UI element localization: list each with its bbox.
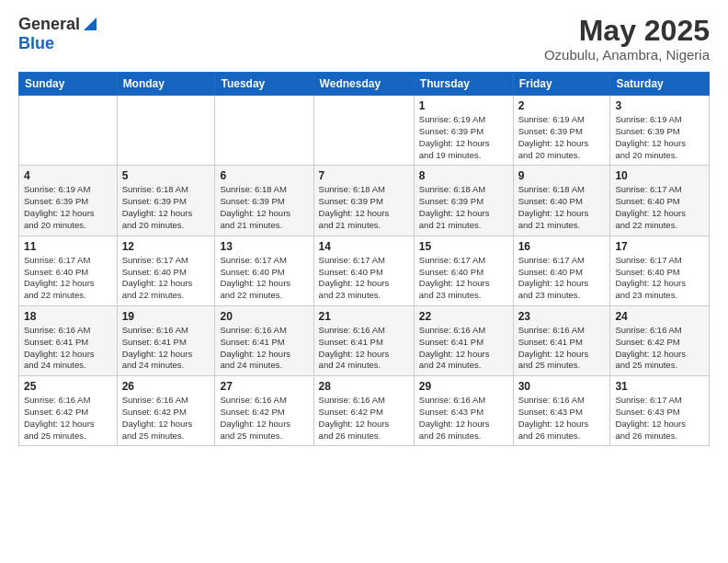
day-info: Sunrise: 6:18 AM Sunset: 6:39 PM Dayligh… xyxy=(122,184,210,231)
calendar-cell: 29Sunrise: 6:16 AM Sunset: 6:43 PM Dayli… xyxy=(414,376,513,446)
day-info: Sunrise: 6:17 AM Sunset: 6:40 PM Dayligh… xyxy=(419,255,508,302)
calendar-cell xyxy=(313,96,414,166)
calendar-cell xyxy=(19,96,118,166)
calendar-week-row: 4Sunrise: 6:19 AM Sunset: 6:39 PM Daylig… xyxy=(19,166,710,236)
day-info: Sunrise: 6:17 AM Sunset: 6:40 PM Dayligh… xyxy=(319,255,409,302)
day-number: 24 xyxy=(615,310,704,323)
col-header-thursday: Thursday xyxy=(414,73,513,96)
calendar-cell: 23Sunrise: 6:16 AM Sunset: 6:41 PM Dayli… xyxy=(513,305,610,375)
logo: General Blue xyxy=(18,15,98,53)
calendar-cell: 7Sunrise: 6:18 AM Sunset: 6:39 PM Daylig… xyxy=(313,166,414,236)
day-number: 6 xyxy=(220,169,308,182)
logo-triangle-icon xyxy=(82,16,98,32)
day-number: 30 xyxy=(518,380,606,393)
calendar-cell: 25Sunrise: 6:16 AM Sunset: 6:42 PM Dayli… xyxy=(19,376,118,446)
calendar-cell xyxy=(117,96,215,166)
col-header-saturday: Saturday xyxy=(610,73,710,96)
day-info: Sunrise: 6:19 AM Sunset: 6:39 PM Dayligh… xyxy=(419,114,508,161)
day-number: 12 xyxy=(122,240,210,253)
day-info: Sunrise: 6:16 AM Sunset: 6:43 PM Dayligh… xyxy=(518,395,606,442)
title-block: May 2025 Ozubulu, Anambra, Nigeria xyxy=(544,15,710,63)
day-number: 3 xyxy=(615,99,704,112)
day-number: 22 xyxy=(419,310,508,323)
day-number: 28 xyxy=(319,380,409,393)
day-info: Sunrise: 6:16 AM Sunset: 6:42 PM Dayligh… xyxy=(122,395,210,442)
calendar-cell: 16Sunrise: 6:17 AM Sunset: 6:40 PM Dayli… xyxy=(513,236,610,305)
day-number: 15 xyxy=(419,240,508,253)
day-info: Sunrise: 6:16 AM Sunset: 6:41 PM Dayligh… xyxy=(122,325,210,372)
day-number: 9 xyxy=(518,169,606,182)
day-number: 14 xyxy=(319,240,409,253)
day-number: 2 xyxy=(518,99,606,112)
calendar-cell: 31Sunrise: 6:17 AM Sunset: 6:43 PM Dayli… xyxy=(610,376,710,446)
day-number: 20 xyxy=(220,310,308,323)
col-header-wednesday: Wednesday xyxy=(313,73,414,96)
calendar-cell: 27Sunrise: 6:16 AM Sunset: 6:42 PM Dayli… xyxy=(215,376,313,446)
day-info: Sunrise: 6:16 AM Sunset: 6:42 PM Dayligh… xyxy=(615,325,704,372)
day-number: 1 xyxy=(419,99,508,112)
calendar-table: SundayMondayTuesdayWednesdayThursdayFrid… xyxy=(18,72,710,446)
day-info: Sunrise: 6:16 AM Sunset: 6:42 PM Dayligh… xyxy=(220,395,308,442)
day-info: Sunrise: 6:17 AM Sunset: 6:43 PM Dayligh… xyxy=(615,395,704,442)
day-info: Sunrise: 6:19 AM Sunset: 6:39 PM Dayligh… xyxy=(518,114,606,161)
day-info: Sunrise: 6:17 AM Sunset: 6:40 PM Dayligh… xyxy=(122,255,210,302)
col-header-friday: Friday xyxy=(513,73,610,96)
day-info: Sunrise: 6:19 AM Sunset: 6:39 PM Dayligh… xyxy=(24,184,112,231)
calendar-cell: 30Sunrise: 6:16 AM Sunset: 6:43 PM Dayli… xyxy=(513,376,610,446)
day-info: Sunrise: 6:16 AM Sunset: 6:41 PM Dayligh… xyxy=(220,325,308,372)
day-number: 21 xyxy=(319,310,409,323)
day-number: 29 xyxy=(419,380,508,393)
calendar-week-row: 25Sunrise: 6:16 AM Sunset: 6:42 PM Dayli… xyxy=(19,376,710,446)
day-info: Sunrise: 6:18 AM Sunset: 6:39 PM Dayligh… xyxy=(319,184,409,231)
calendar-cell: 5Sunrise: 6:18 AM Sunset: 6:39 PM Daylig… xyxy=(117,166,215,236)
day-info: Sunrise: 6:16 AM Sunset: 6:41 PM Dayligh… xyxy=(24,325,112,372)
day-number: 27 xyxy=(220,380,308,393)
calendar-cell: 3Sunrise: 6:19 AM Sunset: 6:39 PM Daylig… xyxy=(610,96,710,166)
calendar-cell: 17Sunrise: 6:17 AM Sunset: 6:40 PM Dayli… xyxy=(610,236,710,305)
calendar-cell: 19Sunrise: 6:16 AM Sunset: 6:41 PM Dayli… xyxy=(117,305,215,375)
calendar-cell: 28Sunrise: 6:16 AM Sunset: 6:42 PM Dayli… xyxy=(313,376,414,446)
calendar-cell: 12Sunrise: 6:17 AM Sunset: 6:40 PM Dayli… xyxy=(117,236,215,305)
svg-marker-0 xyxy=(84,17,97,30)
subtitle: Ozubulu, Anambra, Nigeria xyxy=(544,47,710,63)
col-header-sunday: Sunday xyxy=(19,73,118,96)
calendar-week-row: 1Sunrise: 6:19 AM Sunset: 6:39 PM Daylig… xyxy=(19,96,710,166)
day-info: Sunrise: 6:18 AM Sunset: 6:39 PM Dayligh… xyxy=(220,184,308,231)
col-header-tuesday: Tuesday xyxy=(215,73,313,96)
day-number: 25 xyxy=(24,380,112,393)
day-info: Sunrise: 6:16 AM Sunset: 6:43 PM Dayligh… xyxy=(419,395,508,442)
page: General Blue May 2025 Ozubulu, Anambra, … xyxy=(0,0,728,563)
calendar-week-row: 18Sunrise: 6:16 AM Sunset: 6:41 PM Dayli… xyxy=(19,305,710,375)
day-info: Sunrise: 6:18 AM Sunset: 6:40 PM Dayligh… xyxy=(518,184,606,231)
calendar-cell: 13Sunrise: 6:17 AM Sunset: 6:40 PM Dayli… xyxy=(215,236,313,305)
day-number: 19 xyxy=(122,310,210,323)
calendar-header-row: SundayMondayTuesdayWednesdayThursdayFrid… xyxy=(19,73,710,96)
calendar-cell: 21Sunrise: 6:16 AM Sunset: 6:41 PM Dayli… xyxy=(313,305,414,375)
day-info: Sunrise: 6:17 AM Sunset: 6:40 PM Dayligh… xyxy=(220,255,308,302)
day-number: 31 xyxy=(615,380,704,393)
calendar-cell: 10Sunrise: 6:17 AM Sunset: 6:40 PM Dayli… xyxy=(610,166,710,236)
calendar-cell: 11Sunrise: 6:17 AM Sunset: 6:40 PM Dayli… xyxy=(19,236,118,305)
day-number: 4 xyxy=(24,169,112,182)
calendar-cell xyxy=(215,96,313,166)
day-info: Sunrise: 6:17 AM Sunset: 6:40 PM Dayligh… xyxy=(24,255,112,302)
day-info: Sunrise: 6:17 AM Sunset: 6:40 PM Dayligh… xyxy=(615,184,704,231)
day-number: 23 xyxy=(518,310,606,323)
day-number: 8 xyxy=(419,169,508,182)
calendar-cell: 1Sunrise: 6:19 AM Sunset: 6:39 PM Daylig… xyxy=(414,96,513,166)
calendar-cell: 24Sunrise: 6:16 AM Sunset: 6:42 PM Dayli… xyxy=(610,305,710,375)
day-info: Sunrise: 6:16 AM Sunset: 6:41 PM Dayligh… xyxy=(319,325,409,372)
day-number: 10 xyxy=(615,169,704,182)
header: General Blue May 2025 Ozubulu, Anambra, … xyxy=(18,15,710,63)
logo-general-text: General xyxy=(18,15,80,34)
main-title: May 2025 xyxy=(544,15,710,47)
calendar-cell: 20Sunrise: 6:16 AM Sunset: 6:41 PM Dayli… xyxy=(215,305,313,375)
day-info: Sunrise: 6:16 AM Sunset: 6:42 PM Dayligh… xyxy=(24,395,112,442)
day-number: 16 xyxy=(518,240,606,253)
col-header-monday: Monday xyxy=(117,73,215,96)
day-number: 5 xyxy=(122,169,210,182)
calendar-cell: 22Sunrise: 6:16 AM Sunset: 6:41 PM Dayli… xyxy=(414,305,513,375)
day-number: 11 xyxy=(24,240,112,253)
day-number: 7 xyxy=(319,169,409,182)
day-info: Sunrise: 6:19 AM Sunset: 6:39 PM Dayligh… xyxy=(615,114,704,161)
